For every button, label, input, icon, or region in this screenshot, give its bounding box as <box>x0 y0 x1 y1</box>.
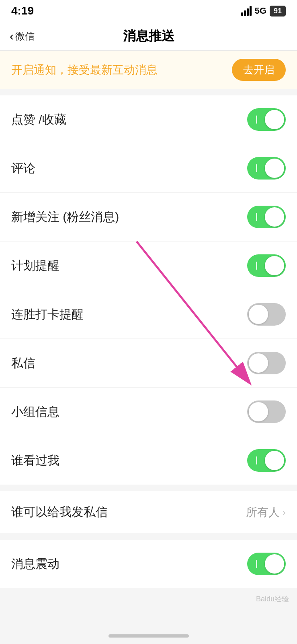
status-time: 4:19 <box>11 4 34 17</box>
toggle-group[interactable] <box>247 400 286 423</box>
toggle-vibration[interactable] <box>247 553 286 575</box>
privacy-settings-section: 谁可以给我发私信 所有人 › <box>0 491 297 533</box>
status-bar: 4:19 5G 91 <box>0 0 297 22</box>
privacy-value: 所有人 <box>246 505 280 520</box>
item-label-likes: 点赞 /收藏 <box>11 111 66 128</box>
toggle-line-icon <box>256 213 257 221</box>
toggle-knob <box>265 110 284 129</box>
toggle-line-icon <box>256 164 257 172</box>
home-indicator <box>109 634 189 638</box>
list-item-vibration: 消息震动 <box>0 540 297 588</box>
list-item: 新增关注 (粉丝消息) <box>0 193 297 242</box>
toggle-line-icon <box>256 560 257 568</box>
page-title: 消息推送 <box>123 27 174 45</box>
item-label-plan: 计划提醒 <box>11 258 59 274</box>
item-label-dm: 私信 <box>11 355 35 372</box>
item-label-followers: 新增关注 (粉丝消息) <box>11 209 119 225</box>
list-item: 连胜打卡提醒 <box>0 290 297 339</box>
toggle-knob <box>265 451 284 470</box>
toggle-knob <box>265 159 284 178</box>
toggle-knob <box>265 207 284 227</box>
list-item: 计划提醒 <box>0 242 297 290</box>
back-button[interactable]: ‹ 微信 <box>10 29 35 43</box>
notification-banner: 开启通知，接受最新互动消息 去开启 <box>0 51 297 89</box>
item-label-vibration: 消息震动 <box>11 556 59 572</box>
toggle-dm[interactable] <box>247 352 286 374</box>
privacy-value-arrow: 所有人 › <box>246 505 286 520</box>
toggle-knob <box>249 305 268 324</box>
list-item-whoviewed: 谁看过我 <box>0 436 297 485</box>
nav-bar: ‹ 微信 消息推送 <box>0 22 297 51</box>
toggle-streak[interactable] <box>247 303 286 326</box>
toggle-likes[interactable] <box>247 108 286 131</box>
item-label-whoviewed: 谁看过我 <box>11 452 59 469</box>
toggle-followers[interactable] <box>247 206 286 228</box>
chevron-right-icon: › <box>282 506 286 519</box>
toggle-comments[interactable] <box>247 157 286 180</box>
toggle-knob <box>249 353 268 373</box>
toggle-whoviewed[interactable] <box>247 449 286 472</box>
enable-notification-button[interactable]: 去开启 <box>232 59 286 81</box>
status-right: 5G 91 <box>241 6 286 17</box>
list-item: 点赞 /收藏 <box>0 95 297 144</box>
item-label-comments: 评论 <box>11 160 35 177</box>
item-label-streak: 连胜打卡提醒 <box>11 306 84 323</box>
banner-text: 开启通知，接受最新互动消息 <box>11 62 158 78</box>
battery-indicator: 91 <box>270 6 286 17</box>
network-label: 5G <box>255 6 266 16</box>
toggle-plan[interactable] <box>247 254 286 277</box>
back-app-label: 微信 <box>15 30 35 43</box>
signal-icon <box>241 6 252 16</box>
item-label-group: 小组信息 <box>11 404 59 420</box>
toggle-line-icon <box>256 116 257 124</box>
list-item: 私信 <box>0 339 297 388</box>
watermark: Baidu经验 <box>256 594 289 604</box>
toggle-knob <box>265 554 284 574</box>
toggle-knob <box>249 402 268 421</box>
list-item: 小组信息 <box>0 388 297 436</box>
toggle-knob <box>265 256 284 275</box>
toggle-line-icon <box>256 456 257 464</box>
toggle-settings-section: 点赞 /收藏 评论 新增关注 (粉丝消息) 计划提醒 连胜打卡提醒 <box>0 95 297 485</box>
list-item-privacy[interactable]: 谁可以给我发私信 所有人 › <box>0 491 297 533</box>
vibration-settings-section: 消息震动 <box>0 540 297 588</box>
item-label-privacy: 谁可以给我发私信 <box>11 504 108 520</box>
list-item: 评论 <box>0 144 297 193</box>
back-arrow-icon: ‹ <box>10 29 14 43</box>
toggle-line-icon <box>256 262 257 270</box>
